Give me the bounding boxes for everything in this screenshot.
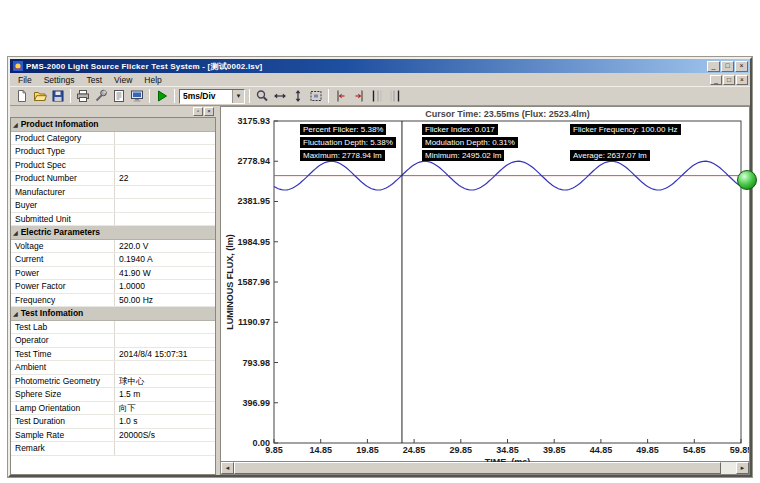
property-value[interactable]: 0.1940 A — [115, 253, 215, 266]
toolbar-separator — [328, 89, 329, 103]
scroll-right-button[interactable]: ► — [736, 462, 749, 474]
left-panel-header: ▫ × — [10, 106, 216, 117]
property-value[interactable]: 20000S/s — [115, 429, 215, 442]
print-icon — [76, 89, 90, 103]
property-value[interactable]: 22 — [115, 172, 215, 185]
scroll-thumb[interactable] — [234, 462, 721, 474]
property-value[interactable]: 41.90 W — [115, 267, 215, 280]
section-header[interactable]: ◢Electric Parameters — [11, 226, 215, 240]
panel-close-button[interactable]: × — [204, 107, 214, 116]
property-value[interactable] — [115, 132, 215, 145]
floating-ball-button[interactable] — [737, 170, 757, 190]
table-row: Product Type — [11, 145, 215, 159]
marker-last-button[interactable] — [386, 88, 404, 105]
chart-body: 9.8514.8519.8524.8529.8534.8539.8544.854… — [221, 107, 749, 461]
property-value[interactable] — [115, 334, 215, 347]
menu-item-file[interactable]: File — [12, 74, 38, 86]
section-marker-icon: ◢ — [13, 229, 18, 236]
svg-text:793.98: 793.98 — [242, 358, 270, 368]
property-label: Product Type — [11, 145, 115, 158]
maximize-button[interactable]: □ — [721, 61, 734, 72]
menu-items: FileSettingsTestViewHelp — [12, 74, 710, 86]
mdi-restore-button[interactable]: □ — [723, 75, 735, 85]
window-controls: _ □ × — [707, 61, 748, 72]
menu-item-view[interactable]: View — [108, 74, 138, 86]
property-value[interactable]: 向下 — [115, 402, 215, 415]
section-title: Product Infomation — [21, 119, 99, 129]
open-folder-button[interactable] — [31, 88, 49, 105]
table-row: Test Duration1.0 s — [11, 415, 215, 429]
property-value[interactable] — [115, 213, 215, 226]
property-value[interactable]: 2014/8/4 15:07:31 — [115, 348, 215, 361]
zoom-horizontal-button[interactable] — [271, 88, 289, 105]
cursor-right-button[interactable] — [350, 88, 368, 105]
property-value[interactable]: 1.5 m — [115, 388, 215, 401]
monitor-icon — [130, 89, 144, 103]
flux-chart[interactable]: 9.8514.8519.8524.8529.8534.8539.8544.854… — [221, 107, 750, 463]
menu-item-test[interactable]: Test — [80, 74, 108, 86]
save-button[interactable] — [49, 88, 67, 105]
print-button[interactable] — [74, 88, 92, 105]
property-value[interactable]: 220.0 V — [115, 240, 215, 253]
svg-text:0.00: 0.00 — [252, 438, 270, 448]
auto-scale-icon — [255, 89, 269, 103]
menu-item-settings[interactable]: Settings — [38, 74, 81, 86]
left-panel: ▫ × ◢Product InfomationProduct CategoryP… — [10, 106, 216, 475]
property-label: Power — [11, 267, 115, 280]
table-row: Product Number22 — [11, 172, 215, 186]
property-label: Sphere Size — [11, 388, 115, 401]
new-file-button[interactable] — [13, 88, 31, 105]
table-row: Product Spec — [11, 159, 215, 173]
property-value[interactable] — [115, 321, 215, 334]
property-value[interactable] — [115, 199, 215, 212]
report-icon — [112, 89, 126, 103]
dropdown-arrow-icon[interactable]: ▼ — [232, 90, 244, 103]
scroll-left-button[interactable]: ◄ — [221, 462, 234, 474]
monitor-button[interactable] — [128, 88, 146, 105]
property-value[interactable] — [115, 186, 215, 199]
mdi-minimize-button[interactable]: _ — [710, 75, 722, 85]
table-row: Test Time2014/8/4 15:07:31 — [11, 348, 215, 362]
property-value[interactable] — [115, 361, 215, 374]
section-header[interactable]: ◢Test Infomation — [11, 307, 215, 321]
property-label: Buyer — [11, 199, 115, 212]
property-value[interactable] — [115, 442, 215, 455]
menu-item-help[interactable]: Help — [138, 74, 167, 86]
chart-scrollbar[interactable]: ◄ ► — [221, 461, 749, 474]
svg-text:19.85: 19.85 — [356, 445, 379, 455]
tools-button[interactable] — [92, 88, 110, 105]
start-test-icon — [155, 89, 169, 103]
property-value[interactable]: 1.0 s — [115, 415, 215, 428]
toolbar-separator — [249, 89, 250, 103]
zoom-vertical-button[interactable] — [289, 88, 307, 105]
panel-pin-button[interactable]: ▫ — [193, 107, 203, 116]
cursor-readout: Cursor Time: 23.55ms (Flux: 2523.4lm) — [274, 109, 741, 119]
section-header[interactable]: ◢Product Infomation — [11, 118, 215, 132]
section-marker-icon: ◢ — [13, 310, 18, 317]
report-button[interactable] — [110, 88, 128, 105]
property-value[interactable]: 50.00 Hz — [115, 294, 215, 307]
title-bar[interactable]: PMS-2000 Light Source Flicker Test Syste… — [10, 59, 750, 73]
start-test-button[interactable] — [153, 88, 171, 105]
auto-scale-button[interactable] — [253, 88, 271, 105]
table-row: Current0.1940 A — [11, 253, 215, 267]
svg-text:LUMINOUS FLUX, (lm): LUMINOUS FLUX, (lm) — [225, 234, 235, 330]
property-value[interactable] — [115, 159, 215, 172]
cursor-left-button[interactable] — [332, 88, 350, 105]
new-file-icon — [15, 89, 29, 103]
property-value[interactable] — [115, 145, 215, 158]
zoom-fit-button[interactable] — [307, 88, 325, 105]
property-value[interactable]: 1.0000 — [115, 280, 215, 293]
table-row: Ambient — [11, 361, 215, 375]
scroll-track[interactable] — [234, 462, 736, 474]
minimize-button[interactable]: _ — [707, 61, 720, 72]
zoom-horizontal-icon — [273, 89, 287, 103]
timebase-select[interactable]: 5ms/Div ▼ — [179, 89, 245, 104]
svg-text:3175.93: 3175.93 — [237, 116, 270, 126]
property-value[interactable]: 球中心 — [115, 375, 215, 388]
close-button[interactable]: × — [735, 61, 748, 72]
svg-text:2381.95: 2381.95 — [237, 196, 270, 206]
marker-first-button[interactable] — [368, 88, 386, 105]
property-label: Submitted Unit — [11, 213, 115, 226]
mdi-close-button[interactable]: × — [736, 75, 748, 85]
